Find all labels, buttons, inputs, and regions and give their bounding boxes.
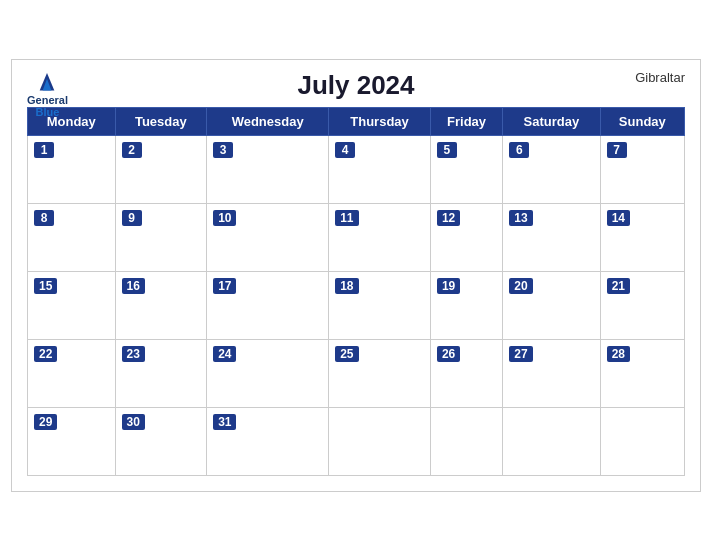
day-number: 22 [34,346,57,362]
day-number: 31 [213,414,236,430]
calendar-table: Monday Tuesday Wednesday Thursday Friday… [27,107,685,476]
day-number: 13 [509,210,532,226]
day-number: 20 [509,278,532,294]
day-number: 4 [335,142,355,158]
table-row: 16 [115,271,207,339]
calendar-week-row: 15161718192021 [28,271,685,339]
header-saturday: Saturday [503,107,600,135]
logo: General Blue [27,70,68,118]
table-row: 26 [430,339,502,407]
day-number: 17 [213,278,236,294]
logo-blue: Blue [36,106,60,118]
header-thursday: Thursday [329,107,431,135]
day-number: 18 [335,278,358,294]
table-row: 19 [430,271,502,339]
table-row: 12 [430,203,502,271]
header-tuesday: Tuesday [115,107,207,135]
table-row: 27 [503,339,600,407]
table-row: 30 [115,407,207,475]
day-number: 27 [509,346,532,362]
logo-general: General [27,94,68,106]
table-row: 22 [28,339,116,407]
day-number: 6 [509,142,529,158]
calendar-week-row: 22232425262728 [28,339,685,407]
day-number: 15 [34,278,57,294]
calendar-container: General Blue July 2024 Gibraltar Monday … [11,59,701,492]
table-row: 15 [28,271,116,339]
calendar-week-row: 293031 [28,407,685,475]
calendar-week-row: 1234567 [28,135,685,203]
table-row: 20 [503,271,600,339]
day-number: 24 [213,346,236,362]
day-number: 19 [437,278,460,294]
table-row [329,407,431,475]
day-number: 25 [335,346,358,362]
day-number: 28 [607,346,630,362]
day-number: 30 [122,414,145,430]
table-row: 6 [503,135,600,203]
table-row: 3 [207,135,329,203]
day-number: 29 [34,414,57,430]
calendar-week-row: 891011121314 [28,203,685,271]
day-number: 9 [122,210,142,226]
day-number: 16 [122,278,145,294]
day-number: 7 [607,142,627,158]
day-number: 5 [437,142,457,158]
table-row: 31 [207,407,329,475]
day-number: 14 [607,210,630,226]
table-row: 28 [600,339,684,407]
day-number: 26 [437,346,460,362]
day-number: 11 [335,210,358,226]
table-row: 9 [115,203,207,271]
day-number: 23 [122,346,145,362]
day-number: 12 [437,210,460,226]
table-row: 18 [329,271,431,339]
table-row [503,407,600,475]
table-row: 2 [115,135,207,203]
table-row: 21 [600,271,684,339]
table-row: 23 [115,339,207,407]
calendar-header: General Blue July 2024 Gibraltar [27,70,685,101]
table-row: 4 [329,135,431,203]
table-row [600,407,684,475]
table-row: 10 [207,203,329,271]
day-number: 2 [122,142,142,158]
header-sunday: Sunday [600,107,684,135]
table-row: 14 [600,203,684,271]
weekday-header-row: Monday Tuesday Wednesday Thursday Friday… [28,107,685,135]
table-row: 24 [207,339,329,407]
table-row: 5 [430,135,502,203]
table-row: 11 [329,203,431,271]
table-row: 8 [28,203,116,271]
day-number: 21 [607,278,630,294]
table-row: 7 [600,135,684,203]
table-row: 29 [28,407,116,475]
table-row: 25 [329,339,431,407]
day-number: 3 [213,142,233,158]
table-row: 13 [503,203,600,271]
location-label: Gibraltar [635,70,685,85]
day-number: 8 [34,210,54,226]
calendar-title: July 2024 [297,70,414,101]
day-number: 1 [34,142,54,158]
table-row: 1 [28,135,116,203]
header-wednesday: Wednesday [207,107,329,135]
header-friday: Friday [430,107,502,135]
day-number: 10 [213,210,236,226]
table-row: 17 [207,271,329,339]
logo-icon [32,70,62,92]
table-row [430,407,502,475]
